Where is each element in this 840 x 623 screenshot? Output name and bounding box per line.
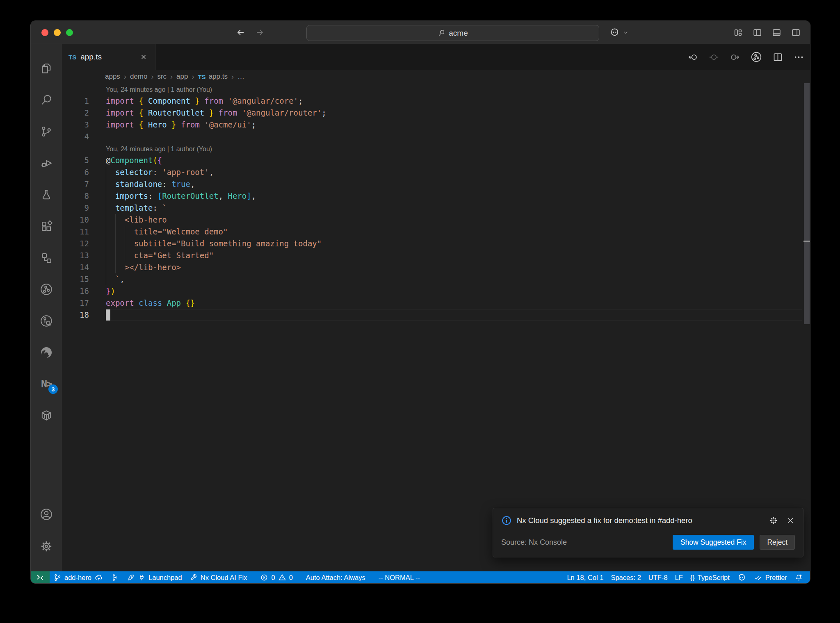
tab-app-ts[interactable]: TS app.ts — [62, 44, 156, 70]
code-line[interactable]: 12 subtitle="Build something amazing tod… — [62, 238, 802, 250]
customize-layout-icon[interactable] — [733, 27, 743, 38]
breadcrumb-file[interactable]: TS app.ts — [198, 73, 227, 81]
code-line[interactable]: 14 ></lib-hero> — [62, 261, 802, 273]
typescript-file-icon: TS — [68, 54, 76, 61]
line-number: 7 — [62, 178, 89, 190]
zoom-window-button[interactable] — [66, 29, 73, 36]
extensions-icon[interactable] — [31, 210, 62, 242]
search-icon — [438, 29, 445, 37]
minimize-window-button[interactable] — [54, 29, 61, 36]
code-line[interactable]: 7 standalone: true, — [62, 178, 802, 190]
code-line[interactable]: 13 cta="Get Started" — [62, 250, 802, 261]
editor-cursor — [106, 309, 110, 321]
show-suggested-fix-button[interactable]: Show Suggested Fix — [673, 535, 754, 550]
cursor-position-status[interactable]: Ln 18, Col 1 — [563, 571, 607, 584]
code-line[interactable]: 3import { Hero } from '@acme/ui'; — [62, 119, 802, 131]
indent-guide — [115, 226, 116, 238]
account-icon[interactable] — [31, 498, 62, 530]
indent-guide — [106, 202, 106, 214]
close-notification-icon[interactable] — [786, 516, 795, 525]
breadcrumb-item[interactable]: src — [157, 73, 167, 81]
code-content: `, — [106, 273, 802, 285]
editor-scrollbar[interactable] — [803, 83, 810, 571]
breadcrumb-separator-icon: › — [124, 73, 126, 81]
edge-browser-icon[interactable] — [31, 337, 62, 368]
copilot-status[interactable] — [733, 571, 750, 584]
more-actions-icon[interactable] — [793, 52, 804, 63]
breadcrumb: apps › demo › src › app › TS app.ts › … — [62, 70, 810, 83]
code-line[interactable]: 9 template: ` — [62, 202, 802, 214]
code-line[interactable]: 4 — [62, 131, 802, 143]
window-controls — [41, 21, 73, 44]
launchpad-status[interactable]: Launchpad — [123, 571, 186, 584]
code-line[interactable]: 1import { Component } from '@angular/cor… — [62, 95, 802, 107]
source-control-icon[interactable] — [31, 116, 62, 147]
vim-mode-status[interactable]: -- NORMAL -- — [375, 571, 424, 584]
nx-project-graph-icon[interactable] — [31, 273, 62, 305]
code-line[interactable]: 18 — [62, 309, 802, 321]
close-window-button[interactable] — [41, 29, 48, 36]
code-line[interactable]: 11 title="Welcmoe demo" — [62, 226, 802, 238]
encoding-status[interactable]: UTF-8 — [645, 571, 671, 584]
eol-status[interactable]: LF — [671, 571, 687, 584]
remote-indicator[interactable] — [31, 571, 50, 584]
toggle-secondary-sidebar-icon[interactable] — [791, 27, 801, 38]
language-mode-status[interactable]: {} TypeScript — [687, 571, 733, 584]
gitlens-inspect-icon[interactable] — [31, 305, 62, 337]
problems-status[interactable]: 0 0 — [256, 571, 296, 584]
nx-run-target-icon[interactable] — [750, 51, 762, 63]
code-line[interactable]: 6 selector: 'app-root', — [62, 166, 802, 178]
nx-console-icon[interactable]: N> 3 — [31, 368, 62, 400]
notifications-bell-icon[interactable] — [791, 571, 807, 584]
formatter-status[interactable]: Prettier — [750, 571, 791, 584]
desktop: acme — [0, 0, 840, 623]
scrollbar-slider[interactable] — [804, 83, 810, 324]
codelens-row[interactable]: You, 24 minutes ago | 1 author (You) — [62, 143, 802, 155]
breadcrumb-item[interactable]: demo — [130, 73, 148, 81]
reject-button[interactable]: Reject — [760, 535, 795, 550]
git-graph-status[interactable] — [107, 571, 123, 584]
line-number — [62, 143, 89, 155]
nav-current-change-icon[interactable] — [708, 52, 719, 63]
git-branch-status[interactable]: add-hero — [50, 571, 107, 584]
copilot-menu[interactable] — [609, 21, 629, 44]
nx-cloud-ai-fix-status[interactable]: Nx Cloud AI Fix — [186, 571, 251, 584]
blame-lens-text[interactable]: You, 24 minutes ago | 1 author (You) — [106, 86, 212, 93]
indent-guide — [106, 214, 106, 226]
auto-attach-status[interactable]: Auto Attach: Always — [302, 571, 369, 584]
nav-next-change-icon[interactable] — [729, 52, 740, 63]
notification-message: Nx Cloud suggested a fix for demo:test i… — [517, 516, 764, 525]
blame-lens-text[interactable]: You, 24 minutes ago | 1 author (You) — [106, 146, 212, 152]
toggle-panel-icon[interactable] — [772, 27, 782, 38]
nav-previous-change-icon[interactable] — [687, 52, 698, 63]
command-center-search[interactable]: acme — [306, 25, 599, 41]
search-view-icon[interactable] — [31, 84, 62, 116]
indentation-status[interactable]: Spaces: 2 — [607, 571, 644, 584]
close-tab-icon[interactable] — [138, 52, 149, 62]
container-tools-icon[interactable] — [31, 400, 62, 431]
breadcrumb-symbol-tail[interactable]: … — [237, 73, 244, 81]
settings-gear-icon[interactable] — [31, 530, 62, 562]
testing-icon[interactable] — [31, 179, 62, 210]
project-hierarchy-icon[interactable] — [31, 242, 62, 273]
code-line[interactable]: 10 <lib-hero — [62, 214, 802, 226]
code-line[interactable]: 2import { RouterOutlet } from '@angular/… — [62, 107, 802, 119]
breadcrumb-item[interactable]: app — [176, 73, 188, 81]
code-line[interactable]: 15 `, — [62, 273, 802, 285]
line-number: 9 — [62, 202, 89, 214]
run-debug-icon[interactable] — [31, 147, 62, 179]
code-line[interactable]: 8 imports: [RouterOutlet, Hero], — [62, 190, 802, 202]
split-editor-icon[interactable] — [772, 52, 783, 63]
codelens-row[interactable]: You, 24 minutes ago | 1 author (You) — [62, 83, 802, 95]
toggle-primary-sidebar-icon[interactable] — [752, 27, 762, 38]
code-line[interactable]: 5@Component({ — [62, 155, 802, 166]
breadcrumb-item[interactable]: apps — [105, 73, 120, 81]
navigate-back-icon[interactable] — [236, 27, 246, 37]
explorer-icon[interactable] — [31, 52, 62, 84]
code-line[interactable]: 17export class App {} — [62, 297, 802, 309]
line-number: 15 — [62, 273, 89, 285]
notification-settings-gear-icon[interactable] — [769, 516, 778, 525]
code-editor[interactable]: You, 24 minutes ago | 1 author (You)1imp… — [62, 83, 810, 571]
navigate-forward-icon[interactable] — [255, 27, 265, 37]
code-line[interactable]: 16}) — [62, 285, 802, 297]
